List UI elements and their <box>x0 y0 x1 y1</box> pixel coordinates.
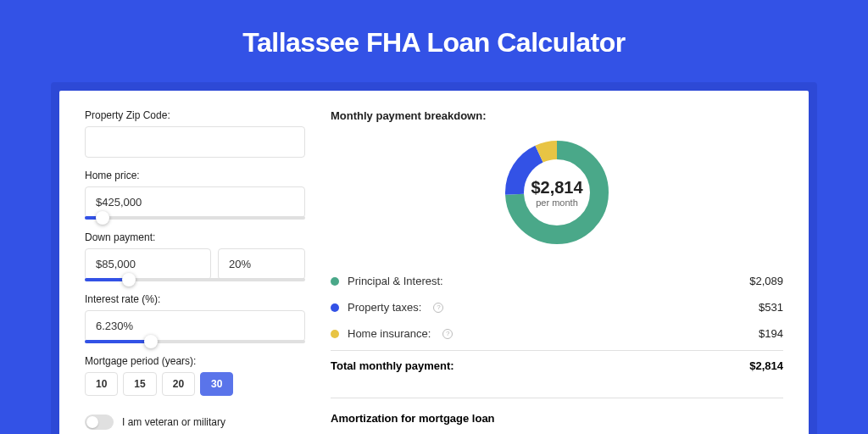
dot-icon <box>331 277 339 286</box>
slider-thumb-icon[interactable] <box>144 335 158 348</box>
breakdown-row-principal: Principal & Interest: $2,089 <box>331 268 783 294</box>
amortization-section: Amortization for mortgage loan Amortizat… <box>331 398 783 434</box>
dot-icon <box>331 330 339 338</box>
calculator-card: Property Zip Code: Home price: Down paym… <box>59 91 809 434</box>
breakdown-label: Property taxes: <box>348 301 421 314</box>
breakdown-label: Home insurance: <box>348 327 431 340</box>
period-btn-30[interactable]: 30 <box>200 372 233 396</box>
period-btn-20[interactable]: 20 <box>162 372 195 396</box>
interest-block: Interest rate (%): <box>85 293 305 343</box>
breakdown-title: Monthly payment breakdown: <box>331 109 783 122</box>
total-label: Total monthly payment: <box>331 359 454 372</box>
period-btn-10[interactable]: 10 <box>85 372 118 396</box>
donut-chart-wrap: $2,814 per month <box>331 137 783 248</box>
breakdown-row-taxes: Property taxes: ? $531 <box>331 294 783 320</box>
down-payment-label: Down payment: <box>85 231 305 243</box>
veteran-label: I am veteran or military <box>122 416 225 428</box>
breakdown-value: $531 <box>759 301 783 314</box>
down-payment-block: Down payment: <box>85 231 305 281</box>
donut-amount: $2,814 <box>531 178 582 198</box>
down-payment-percent-input[interactable] <box>218 248 305 280</box>
calculator-card-outer: Property Zip Code: Home price: Down paym… <box>51 82 817 434</box>
home-price-input[interactable] <box>85 186 305 218</box>
period-block: Mortgage period (years): 10 15 20 30 <box>85 355 305 396</box>
down-payment-slider[interactable] <box>85 278 305 281</box>
zip-field-block: Property Zip Code: <box>85 109 305 158</box>
slider-thumb-icon[interactable] <box>122 273 136 287</box>
breakdown-total-row: Total monthly payment: $2,814 <box>331 350 783 379</box>
dot-icon <box>331 303 339 312</box>
breakdown-label: Principal & Interest: <box>348 275 443 287</box>
breakdown-column: Monthly payment breakdown: $2,814 per mo… <box>331 109 783 434</box>
period-buttons: 10 15 20 30 <box>85 372 305 396</box>
veteran-row: I am veteran or military <box>85 415 305 430</box>
down-payment-amount-input[interactable] <box>85 248 211 280</box>
page-title: Tallassee FHA Loan Calculator <box>0 0 868 82</box>
breakdown-value: $2,089 <box>749 275 783 287</box>
amortization-title: Amortization for mortgage loan <box>331 412 783 425</box>
breakdown-value: $194 <box>759 327 783 340</box>
home-price-label: Home price: <box>85 170 305 181</box>
home-price-slider[interactable] <box>85 216 305 220</box>
toggle-knob-icon <box>86 416 98 428</box>
donut-chart: $2,814 per month <box>502 137 612 248</box>
zip-input[interactable] <box>85 126 305 158</box>
donut-sub: per month <box>531 198 582 208</box>
interest-input[interactable] <box>85 310 305 342</box>
slider-thumb-icon[interactable] <box>96 211 109 225</box>
interest-slider[interactable] <box>85 340 305 343</box>
form-column: Property Zip Code: Home price: Down paym… <box>85 109 305 434</box>
period-label: Mortgage period (years): <box>85 355 305 367</box>
zip-label: Property Zip Code: <box>85 109 305 121</box>
breakdown-row-insurance: Home insurance: ? $194 <box>331 320 783 347</box>
period-btn-15[interactable]: 15 <box>123 372 156 396</box>
veteran-toggle[interactable] <box>85 415 114 430</box>
total-value: $2,814 <box>749 359 783 372</box>
home-price-block: Home price: <box>85 170 305 220</box>
interest-label: Interest rate (%): <box>85 293 305 305</box>
info-icon[interactable]: ? <box>442 329 453 339</box>
info-icon[interactable]: ? <box>433 303 443 313</box>
